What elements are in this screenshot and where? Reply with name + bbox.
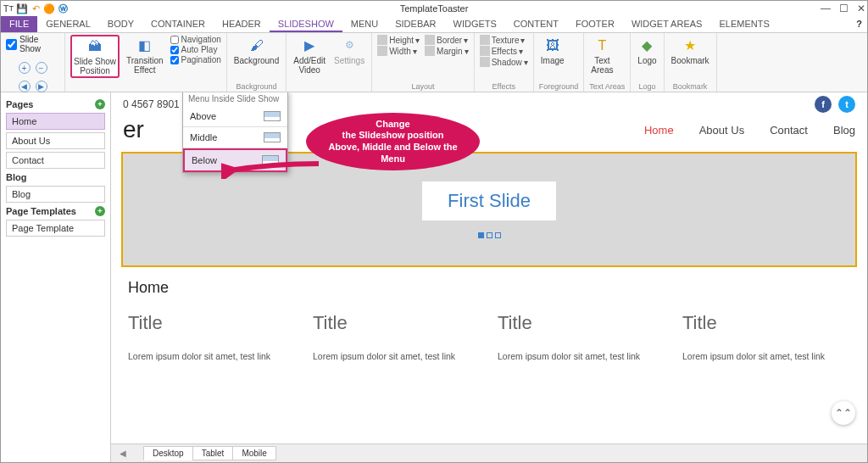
logo-button[interactable]: ◆Logo xyxy=(636,35,658,67)
tab-sidebar[interactable]: SIDEBAR xyxy=(387,16,444,32)
column-text: Lorem ipsum dolor sit amet, test link xyxy=(313,351,481,361)
content-column: TitleLorem ipsum dolor sit amet, test li… xyxy=(498,312,665,361)
prev-slide-icon[interactable]: ◀ xyxy=(19,81,31,92)
tab-content[interactable]: CONTENT xyxy=(505,16,567,32)
image-icon: 🖼 xyxy=(543,36,562,55)
effects-control[interactable]: Effects ▾ xyxy=(480,46,528,56)
text-icon: T xyxy=(593,36,611,55)
workspace: Pages+ Home About Us Contact Blog Blog P… xyxy=(1,92,867,462)
dot-icon[interactable] xyxy=(495,232,501,238)
sidebar-item-home[interactable]: Home xyxy=(6,113,105,130)
tab-menu[interactable]: MENU xyxy=(342,16,387,32)
add-slide-icon[interactable]: + xyxy=(19,62,31,74)
video-icon: ▶ xyxy=(300,36,319,55)
group-label-effects: Effects xyxy=(480,82,528,91)
wordpress-icon[interactable]: ⓦ xyxy=(57,3,69,14)
margin-control[interactable]: Margin ▾ xyxy=(425,46,469,56)
tab-container[interactable]: CONTAINER xyxy=(142,16,214,32)
foreground-image-button[interactable]: 🖼Image xyxy=(539,35,566,67)
sidebar-item-contact[interactable]: Contact xyxy=(6,152,105,169)
tab-header[interactable]: HEADER xyxy=(214,16,270,32)
sidebar-item-pagetemplate[interactable]: Page Template xyxy=(6,220,105,237)
transition-icon: ◧ xyxy=(136,36,154,55)
nav-contact[interactable]: Contact xyxy=(770,124,808,137)
page-content: Home TitleLorem ipsum dolor sit amet, te… xyxy=(111,267,867,373)
texture-control[interactable]: Texture ▾ xyxy=(480,35,528,45)
sidebar-item-about[interactable]: About Us xyxy=(6,132,105,149)
remove-slide-icon[interactable]: − xyxy=(36,62,47,74)
slideshow-position-button[interactable]: 🏔 Slide Show Position xyxy=(70,35,120,78)
column-text: Lorem ipsum dolor sit amet, test link xyxy=(128,351,296,361)
content-column: TitleLorem ipsum dolor sit amet, test li… xyxy=(128,312,296,361)
height-control[interactable]: Height ▾ xyxy=(377,35,420,45)
navigation-checkbox[interactable] xyxy=(170,36,179,44)
color-orb-icon[interactable]: 🟠 xyxy=(43,3,55,14)
bookmark-button[interactable]: ★Bookmark xyxy=(670,35,711,67)
tab-widgets[interactable]: WIDGETS xyxy=(445,16,505,32)
next-slide-icon[interactable]: ▶ xyxy=(36,81,47,92)
twitter-icon[interactable]: t xyxy=(838,96,855,113)
group-label-foreground: Foreground xyxy=(539,82,579,91)
thumb-icon xyxy=(264,111,281,121)
pages-heading: Pages+ xyxy=(6,99,105,109)
maximize-button[interactable]: ☐ xyxy=(839,3,849,14)
margin-icon xyxy=(425,46,435,56)
background-button[interactable]: 🖌 Background xyxy=(232,35,281,67)
nav-home[interactable]: Home xyxy=(644,124,674,137)
autoplay-checkbox[interactable] xyxy=(170,46,179,54)
blog-heading: Blog xyxy=(6,172,105,182)
navigation-label: Navigation xyxy=(181,35,221,44)
tab-widgetareas[interactable]: WIDGET AREAS xyxy=(623,16,711,32)
tab-slideshow[interactable]: SLIDESHOW xyxy=(270,16,342,32)
slide-title: First Slide xyxy=(448,190,531,212)
ribbon-tab-strip: FILE GENERAL BODY CONTAINER HEADER SLIDE… xyxy=(1,16,867,33)
titlebar: TT 💾 ↶ 🟠 ⓦ TemplateToaster — ☐ ✕ xyxy=(1,1,867,16)
mountain-icon: 🏔 xyxy=(86,37,104,56)
content-column: TitleLorem ipsum dolor sit amet, test li… xyxy=(313,312,481,361)
slideshow-toggle[interactable] xyxy=(6,39,17,50)
help-button[interactable]: ? xyxy=(851,16,867,32)
addedit-video-button[interactable]: ▶ Add/Edit Video xyxy=(292,35,327,76)
minimize-button[interactable]: — xyxy=(821,3,831,14)
nav-about[interactable]: About Us xyxy=(699,124,744,137)
sidebar-item-blog[interactable]: Blog xyxy=(6,186,105,203)
group-label-logo: Logo xyxy=(636,82,658,91)
width-control[interactable]: Width ▾ xyxy=(377,46,420,56)
file-tab[interactable]: FILE xyxy=(1,16,37,32)
nav-blog[interactable]: Blog xyxy=(833,124,855,137)
facebook-icon[interactable]: f xyxy=(815,96,832,113)
brush-icon: 🖌 xyxy=(248,36,266,55)
dot-icon[interactable] xyxy=(487,232,492,238)
pagination-checkbox[interactable] xyxy=(170,56,179,64)
pagination-dots[interactable] xyxy=(478,232,501,238)
tab-general[interactable]: GENERAL xyxy=(37,16,99,32)
add-page-button[interactable]: + xyxy=(95,99,105,109)
text-areas-button[interactable]: TText Areas xyxy=(589,35,615,76)
callout-line: Above, Middle and Below the xyxy=(328,142,457,153)
ribbon: Slide Show + − ◀ ▶ Slide Show 🏔 Slide Sh… xyxy=(1,33,867,92)
add-template-button[interactable]: + xyxy=(95,206,105,216)
transition-effect-button[interactable]: ◧ Transition Effect xyxy=(125,35,165,76)
dot-icon[interactable] xyxy=(478,232,484,238)
pagetemplates-heading: Page Templates+ xyxy=(6,206,105,216)
scroll-to-top-button[interactable]: ⌃⌃ xyxy=(832,401,855,425)
dropdown-item-above[interactable]: Above xyxy=(183,106,287,126)
undo-icon[interactable]: ↶ xyxy=(30,3,42,14)
column-title: Title xyxy=(498,312,665,334)
column-text: Lorem ipsum dolor sit amet, test link xyxy=(498,351,665,361)
slideshow-toggle-label: Slide Show xyxy=(19,35,59,53)
text-size-icon[interactable]: TT xyxy=(3,3,14,14)
tab-footer[interactable]: FOOTER xyxy=(567,16,623,32)
thumb-icon xyxy=(264,132,281,142)
tab-body[interactable]: BODY xyxy=(99,16,142,32)
video-label: Add/Edit Video xyxy=(293,56,326,75)
shadow-control[interactable]: Shadow ▾ xyxy=(480,57,528,67)
close-button[interactable]: ✕ xyxy=(857,3,865,14)
device-tab-mobile[interactable]: Mobile xyxy=(232,446,275,460)
device-tab-tablet[interactable]: Tablet xyxy=(192,446,234,460)
border-control[interactable]: Border ▾ xyxy=(425,35,469,45)
device-tab-desktop[interactable]: Desktop xyxy=(143,446,193,460)
save-icon[interactable]: 💾 xyxy=(16,3,28,14)
callout-line: Change xyxy=(376,119,409,131)
tab-elements[interactable]: ELEMENTS xyxy=(710,16,777,32)
